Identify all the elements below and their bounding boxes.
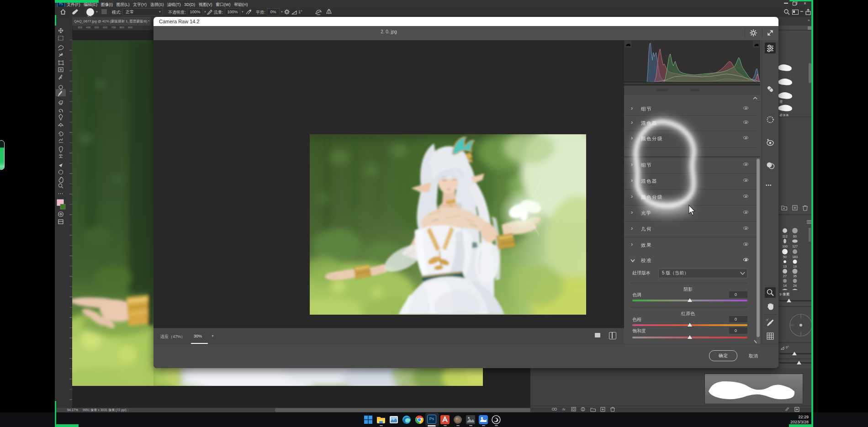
svg-text:24: 24 (793, 284, 797, 287)
svg-text:13: 13 (783, 265, 787, 268)
svg-text:19: 19 (793, 265, 797, 268)
svg-text:14: 14 (783, 284, 787, 287)
svg-text:127: 127 (792, 245, 798, 248)
svg-text:50: 50 (783, 255, 787, 258)
svg-text:27: 27 (783, 274, 787, 278)
svg-text:60: 60 (793, 235, 797, 238)
svg-text:112: 112 (782, 235, 787, 238)
svg-text:度: 度 (779, 100, 783, 104)
svg-text:183: 183 (792, 255, 798, 258)
svg-text:35: 35 (793, 274, 797, 278)
svg-text:fx: fx (562, 407, 566, 411)
svg-text:100: 100 (782, 245, 788, 248)
